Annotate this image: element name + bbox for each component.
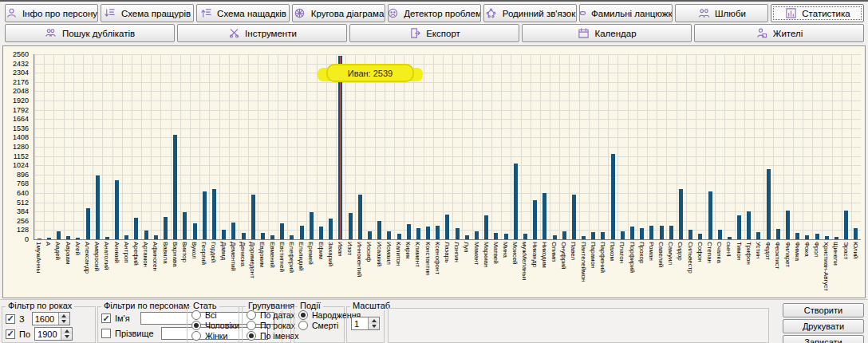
bar-Варнава[interactable] [173,135,177,239]
bar-Гордей[interactable] [212,189,216,239]
bar-Моисей[interactable] [514,164,518,239]
surname-checkbox[interactable] [101,329,111,338]
radio-button[interactable] [191,321,201,330]
year-to-updown[interactable] [61,328,72,340]
radio-option-Жінки[interactable]: Жінки [191,331,227,341]
bar-Ельпидий[interactable] [300,226,304,239]
bar-Юлий[interactable] [854,228,858,239]
bar-Щинели[interactable] [834,237,838,239]
scale-updown[interactable] [368,317,379,329]
year-to-spinner[interactable]: 1900 [34,327,73,341]
bar-Парамон[interactable] [591,232,595,239]
bar-Маркиан[interactable] [484,215,488,239]
button-Створити[interactable]: Створити [783,303,864,317]
radio-button[interactable] [298,310,308,320]
year-from-checkbox[interactable] [6,314,15,324]
radio-button[interactable] [191,310,201,320]
radio-option-По роках[interactable]: По роках [247,321,295,330]
bar-Фрол[interactable] [815,234,819,239]
tab-person[interactable]: Інфо про персону [5,4,98,22]
tab-chain[interactable]: Фамильні ланцюжки [579,4,673,22]
tab-descendants[interactable]: Схема нащадків [196,4,290,22]
bar-Аникий[interactable] [115,180,119,239]
bar-Никандр[interactable] [533,200,537,239]
bar-А[interactable] [47,238,51,239]
bar-Иван[interactable] [338,56,342,239]
bar-Тимон[interactable] [737,215,741,239]
bar-Георгий[interactable] [203,191,207,239]
bar-Устин[interactable] [756,232,760,239]
bar-Елеферий[interactable] [290,235,294,239]
bar-Кирик[interactable] [407,224,411,239]
tab-stats[interactable]: Статистика [771,4,864,22]
bar-Константин[interactable] [426,227,430,239]
radio-option-Смерті[interactable]: Смерті [298,321,338,330]
bar-Степан[interactable] [708,191,712,239]
radio-button[interactable] [247,321,256,330]
radio-option-Чоловіки[interactable]: Чоловіки [191,321,239,330]
bar-Пахом[interactable] [611,154,615,239]
tab-relation[interactable]: Родинний зв'язок [483,4,577,22]
tab-duplicates[interactable]: Пошук дублікатів [5,24,175,42]
bar-Роман[interactable] [649,226,653,239]
bar-Вукол[interactable] [193,223,197,239]
year-to-checkbox[interactable] [6,329,15,339]
bar-Сидор[interactable] [679,189,683,239]
tab-calendar[interactable]: Календар [522,24,692,42]
bar-Дениска[interactable] [242,233,246,239]
bar-Парфений[interactable] [601,232,605,239]
bar-Онуфрий[interactable] [562,231,566,239]
tab-ancestors[interactable]: Схема пращурів [101,4,194,22]
tab-residents[interactable]: Жителі [694,24,864,42]
bar-Исмаил[interactable] [387,231,391,239]
bar-Авраам[interactable] [66,236,70,239]
bar-Никодим[interactable] [542,193,546,239]
tab-tools[interactable]: Інструменти [177,24,347,42]
radio-button[interactable] [298,321,308,330]
bar-Фока[interactable] [805,235,809,239]
bar-Иннокентий[interactable] [358,195,362,239]
bar-Афиноген[interactable] [154,235,158,239]
bar-Исаакий[interactable] [377,221,381,239]
bar-Ефим[interactable] [319,227,323,239]
bar-Климент[interactable] [416,228,420,239]
button-Друкувати[interactable]: Друкувати [783,319,864,333]
scale-spinner[interactable]: 1 [351,317,380,330]
bar-1мужАнны[interactable] [37,239,41,239]
bar-Сильвестр[interactable] [688,230,692,239]
bar-Олимп[interactable] [553,235,557,239]
bar-Давид[interactable] [222,230,226,239]
bar-Луп[interactable] [465,235,469,239]
bar-Еремей[interactable] [310,212,314,239]
bar-Фимка[interactable] [795,233,799,239]
bar-Пантелеймон[interactable] [582,236,586,239]
bar-Арефий[interactable] [134,218,138,239]
bar-Капитон[interactable] [397,234,401,239]
bar-Самуил[interactable] [669,226,673,239]
bar-Евстигней[interactable] [280,223,284,239]
bar-мужМеланьи[interactable] [523,234,527,239]
bar-Антроп[interactable] [124,235,128,239]
bar-Анатолий[interactable] [105,237,109,239]
bar-Порфирий[interactable] [630,227,634,239]
bar-Амвросий[interactable] [96,175,100,239]
bar-Мина[interactable] [504,234,508,239]
bar-Евдоким[interactable] [261,233,265,239]
tab-detector[interactable]: Детектор проблем [388,4,481,22]
bar-Агей[interactable] [76,238,80,239]
bar-Матвей[interactable] [494,233,498,239]
bar-Евмений[interactable] [270,235,274,239]
bar-Виктор[interactable] [183,212,187,239]
bar-Мамант[interactable] [475,231,479,239]
bar-Филарет[interactable] [786,211,790,239]
bar-Счанка[interactable] [718,230,722,239]
radio-option-Всі[interactable]: Всі [191,310,217,320]
year-from-spinner[interactable]: 1600 [32,312,70,325]
bar-Павел[interactable] [572,195,576,239]
year-from-updown[interactable] [58,313,69,325]
bar-Христиан-Август[interactable] [825,236,829,239]
bar-Феоктист[interactable] [776,229,780,239]
button-Записати[interactable]: Записати [783,335,864,343]
tab-marriage[interactable]: Шлюби [675,4,768,22]
tab-export[interactable]: Експорт [349,24,519,42]
